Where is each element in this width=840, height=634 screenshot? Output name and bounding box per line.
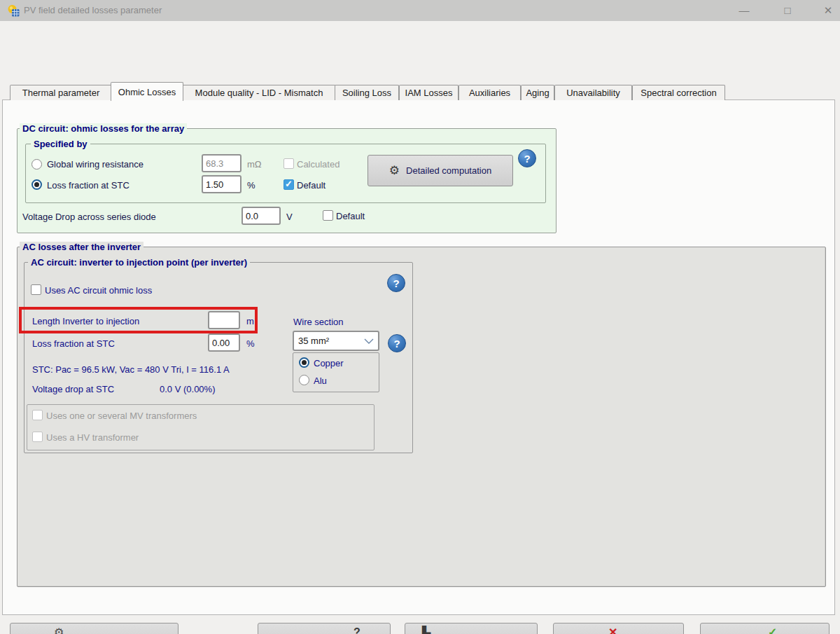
gear-icon: ⚙	[54, 627, 64, 634]
global-wiring-unit: mΩ	[247, 159, 262, 170]
tab-ohmic-losses[interactable]: Ohmic Losses	[111, 82, 183, 101]
length-inverter-input[interactable]	[208, 311, 240, 329]
bottom-button-1[interactable]: ⚙	[10, 623, 178, 634]
diode-default-label: Default	[336, 211, 365, 221]
calculated-label: Calculated	[297, 159, 340, 170]
tab-unavailability[interactable]: Unavailability	[554, 85, 632, 100]
loss-fraction-stc-label: Loss fraction at STC	[47, 180, 130, 191]
window-title: PV field detailed losses parameter	[24, 0, 162, 21]
mv-transformers-checkbox	[32, 410, 43, 420]
pv-losses-dialog: PV field detailed losses parameter — □ ✕…	[0, 0, 840, 634]
diode-default-checkbox[interactable]	[323, 210, 333, 221]
diode-voltage-drop-unit: V	[286, 212, 293, 222]
gear-icon: ⚙	[389, 165, 400, 177]
hv-transformer-checkbox	[32, 432, 43, 442]
title-bar: PV field detailed losses parameter — □ ✕	[0, 0, 840, 21]
ac-loss-fraction-input[interactable]	[208, 333, 240, 352]
copper-label: Copper	[314, 358, 344, 368]
dc-help-icon[interactable]: ?	[518, 149, 536, 167]
ac-loss-fraction-unit: %	[246, 338, 255, 349]
uses-ac-ohmic-label: Uses AC circuit ohmic loss	[45, 285, 152, 296]
mv-transformers-label: Uses one or several MV transformers	[46, 411, 197, 421]
ac-loss-fraction-label: Loss fraction at STC	[32, 338, 115, 349]
global-wiring-radio[interactable]	[31, 159, 42, 170]
alu-label: Alu	[314, 375, 327, 386]
bottom-button-3[interactable]: ▙	[405, 623, 538, 634]
cancel-button[interactable]: ✕	[553, 623, 684, 634]
loss-fraction-stc-input[interactable]	[202, 175, 241, 193]
length-inverter-unit: m	[246, 316, 254, 326]
detailed-computation-label: Detailed computation	[406, 165, 491, 176]
tab-module-quality[interactable]: Module quality - LID - Mismatch	[182, 85, 336, 100]
calculated-checkbox	[284, 158, 294, 169]
wire-section-label: Wire section	[293, 317, 344, 327]
global-wiring-label: Global wiring resistance	[47, 159, 144, 170]
graph-icon: ▙	[422, 627, 430, 634]
ac-voltage-drop-value: 0.0 V (0.00%)	[160, 384, 216, 394]
tab-thermal-parameter[interactable]: Thermal parameter	[10, 85, 112, 100]
tab-aging[interactable]: Aging	[521, 85, 554, 100]
tab-auxiliaries[interactable]: Auxiliaries	[458, 85, 521, 100]
dc-default-checkbox[interactable]	[284, 179, 294, 190]
ok-button[interactable]: ✓	[700, 623, 830, 634]
dc-default-label: Default	[297, 180, 326, 191]
cancel-icon: ✕	[608, 627, 617, 634]
global-wiring-input	[202, 154, 241, 172]
specified-by-title: Specified by	[31, 139, 90, 149]
chevron-down-icon	[364, 338, 374, 344]
length-inverter-label: Length Inverter to injection	[32, 316, 139, 326]
app-icon	[7, 4, 20, 18]
ok-icon: ✓	[768, 627, 777, 634]
diode-voltage-drop-input[interactable]	[241, 207, 281, 225]
ac-help-icon[interactable]: ?	[387, 274, 405, 292]
uses-ac-ohmic-checkbox[interactable]	[31, 284, 41, 295]
detailed-computation-button[interactable]: ⚙ Detailed computation	[368, 155, 513, 186]
stc-info-line: STC: Pac = 96.5 kW, Vac = 480 V Tri, I =…	[32, 364, 230, 375]
question-mark-icon: ?	[354, 627, 360, 634]
ac-voltage-drop-label: Voltage drop at STC	[32, 384, 114, 394]
maximize-icon[interactable]: □	[777, 0, 798, 21]
copper-radio[interactable]	[299, 357, 309, 368]
hv-transformer-label: Uses a HV transformer	[46, 432, 139, 443]
loss-fraction-stc-radio[interactable]	[31, 179, 42, 190]
close-icon[interactable]: ✕	[818, 0, 839, 21]
diode-voltage-drop-label: Voltage Drop across series diode	[22, 212, 156, 222]
minimize-icon[interactable]: —	[734, 0, 755, 21]
loss-fraction-stc-unit: %	[247, 180, 255, 191]
ac-circuit-title: AC circuit: inverter to injection point …	[28, 257, 250, 268]
tab-spectral-correction[interactable]: Spectral correction	[632, 85, 725, 100]
tab-soiling-loss[interactable]: Soiling Loss	[335, 85, 399, 100]
tab-iam-losses[interactable]: IAM Losses	[399, 85, 458, 100]
bottom-button-2[interactable]: ?	[258, 623, 391, 634]
wire-help-icon[interactable]: ?	[388, 334, 406, 352]
alu-radio[interactable]	[299, 375, 309, 385]
dc-circuit-group-title: DC circuit: ohmic losses for the array	[20, 123, 187, 134]
wire-section-value: 35 mm²	[298, 336, 329, 346]
wire-section-select[interactable]: 35 mm²	[293, 331, 379, 351]
ac-losses-title: AC losses after the inverter	[20, 242, 144, 252]
